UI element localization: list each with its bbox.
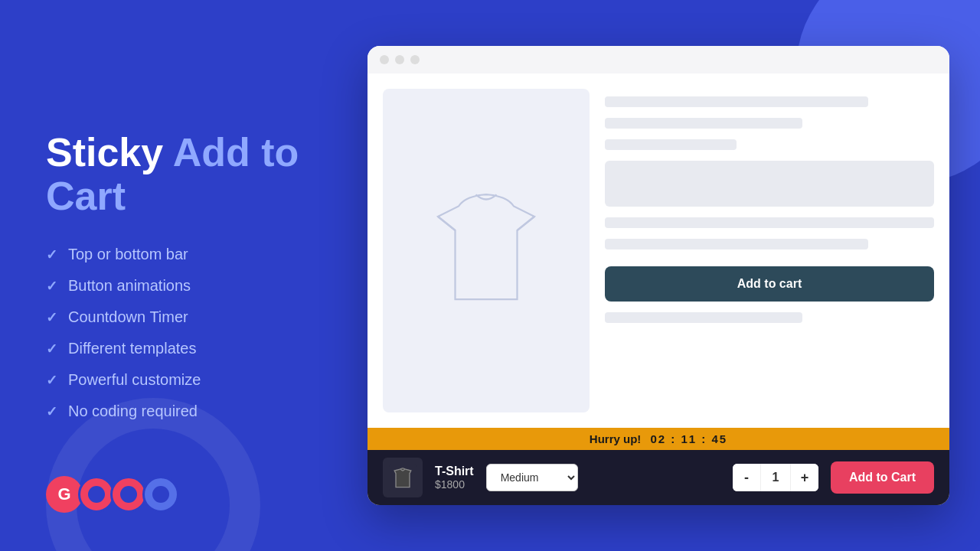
- skeleton-description: [605, 161, 934, 207]
- title-cart: Cart: [46, 174, 126, 218]
- product-image-area: [383, 89, 590, 412]
- skeleton-line-2: [605, 239, 868, 249]
- quantity-control: - 1 +: [733, 464, 818, 491]
- feature-label-button-animations: Button animations: [68, 277, 191, 295]
- logo-o2-circle: [110, 476, 147, 513]
- add-to-cart-sticky-button[interactable]: Add to Cart: [831, 461, 934, 494]
- browser-window: Add to cart Hurry up! 02 : 11 : 45: [368, 46, 949, 505]
- hurry-text: Hurry up!: [590, 432, 642, 445]
- feature-item-different-templates: ✓ Different templates: [46, 340, 345, 357]
- quantity-increase-button[interactable]: +: [791, 464, 818, 491]
- feature-label-different-templates: Different templates: [68, 340, 197, 357]
- feature-label-top-bottom-bar: Top or bottom bar: [68, 246, 188, 263]
- logo-o2-inner: [120, 486, 137, 503]
- right-panel: Add to cart Hurry up! 02 : 11 : 45: [368, 46, 949, 505]
- feature-label-countdown-timer: Countdown Timer: [68, 308, 188, 326]
- logo-o3-circle: [142, 476, 179, 513]
- feature-label-no-coding: No coding required: [68, 403, 198, 420]
- feature-item-countdown-timer: ✓ Countdown Timer: [46, 308, 345, 326]
- logo-g-circle: G: [46, 476, 83, 513]
- shirt-illustration: [417, 182, 555, 320]
- sticky-bottom-bar: T-Shirt $1800 Medium Small Large XL - 1 …: [368, 450, 949, 505]
- product-details-area: Add to cart: [605, 89, 934, 412]
- logo-container: G: [46, 476, 179, 513]
- title-add-to: Add to: [173, 130, 299, 174]
- hurry-bar: Hurry up! 02 : 11 : 45: [368, 428, 949, 450]
- feature-item-top-bottom-bar: ✓ Top or bottom bar: [46, 246, 345, 263]
- add-to-cart-button[interactable]: Add to cart: [605, 266, 934, 302]
- left-panel: Sticky Add to Cart ✓ Top or bottom bar ✓…: [46, 0, 345, 551]
- check-icon-button-animations: ✓: [46, 278, 57, 295]
- feature-item-powerful-customize: ✓ Powerful customize: [46, 371, 345, 389]
- logo-o3-inner: [152, 486, 169, 503]
- feature-item-button-animations: ✓ Button animations: [46, 277, 345, 295]
- browser-content: Add to cart: [368, 73, 949, 428]
- feature-item-no-coding: ✓ No coding required: [46, 403, 345, 420]
- size-selector[interactable]: Medium Small Large XL: [486, 464, 578, 491]
- logo-o1-inner: [88, 486, 105, 503]
- title-sticky: Sticky: [46, 130, 173, 174]
- quantity-value: 1: [760, 464, 791, 491]
- skeleton-price: [605, 139, 737, 150]
- browser-dot-3: [410, 55, 420, 64]
- browser-header: [368, 46, 949, 73]
- logo-g-letter: G: [57, 484, 70, 504]
- quantity-decrease-button[interactable]: -: [733, 464, 760, 491]
- check-icon-different-templates: ✓: [46, 341, 57, 357]
- browser-dot-1: [380, 55, 389, 64]
- features-list: ✓ Top or bottom bar ✓ Button animations …: [46, 246, 345, 420]
- check-icon-no-coding: ✓: [46, 403, 57, 420]
- product-thumb-icon: [389, 464, 416, 491]
- product-price: $1800: [435, 478, 474, 491]
- check-icon-countdown-timer: ✓: [46, 309, 57, 326]
- main-title: Sticky Add to Cart: [46, 131, 345, 218]
- product-name: T-Shirt: [435, 465, 474, 478]
- product-info: T-Shirt $1800: [435, 465, 474, 491]
- check-icon-powerful-customize: ✓: [46, 372, 57, 389]
- logo-o1-circle: [78, 476, 115, 513]
- skeleton-line-1: [605, 217, 934, 228]
- skeleton-subtitle: [605, 118, 802, 129]
- skeleton-title: [605, 96, 868, 107]
- skeleton-line-3: [605, 312, 802, 323]
- countdown-timer-display: 02 : 11 : 45: [650, 432, 727, 445]
- check-icon-top-bottom-bar: ✓: [46, 246, 57, 263]
- logo-area: G: [46, 476, 179, 513]
- browser-dot-2: [395, 55, 404, 64]
- feature-label-powerful-customize: Powerful customize: [68, 371, 201, 389]
- product-thumbnail: [383, 458, 423, 497]
- sticky-bar-wrapper: Hurry up! 02 : 11 : 45: [368, 428, 949, 505]
